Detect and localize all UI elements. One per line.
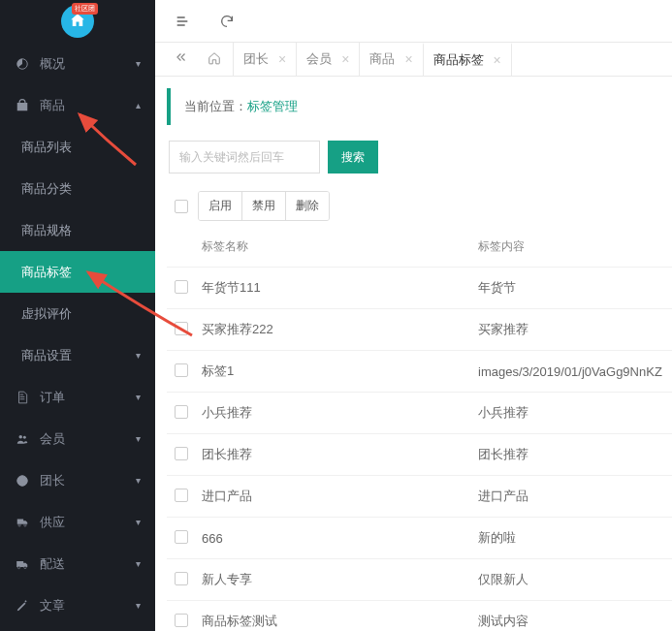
- cell-name: 小兵推荐: [202, 404, 478, 422]
- cell-content: 团长推荐: [478, 446, 672, 463]
- close-icon[interactable]: ×: [404, 51, 412, 67]
- row-checkbox[interactable]: [175, 322, 188, 335]
- sidebar-item-label: 会员: [40, 430, 136, 448]
- sidebar-subitem-1-0[interactable]: 商品列表: [0, 126, 155, 168]
- table-row: 买家推荐222买家推荐: [167, 308, 672, 350]
- disable-button[interactable]: 禁用: [241, 192, 285, 220]
- sidebar-item-label: 概况: [40, 55, 136, 73]
- delivery-icon: [15, 556, 30, 572]
- cell-content: 买家推荐: [478, 321, 672, 338]
- close-icon[interactable]: ×: [341, 51, 349, 67]
- sidebar-item-label: 团长: [40, 472, 136, 489]
- doc-icon: [15, 390, 30, 405]
- gauge-icon: [15, 56, 30, 72]
- row-checkbox[interactable]: [175, 447, 188, 460]
- sidebar-subitem-1-2[interactable]: 商品规格: [0, 209, 155, 251]
- search-input[interactable]: [169, 141, 320, 174]
- sidebar-item-3[interactable]: 会员▾: [0, 418, 155, 459]
- sidebar-item-label: 供应: [40, 514, 136, 531]
- main-area: 团长×会员×商品×商品标签× 当前位置：标签管理 搜索 启用 禁用 删除 标签名…: [155, 0, 672, 631]
- cell-content: 仅限新人: [478, 571, 672, 588]
- cell-content: 进口产品: [478, 488, 672, 505]
- tab-home[interactable]: [196, 51, 233, 68]
- topbar: [155, 0, 672, 43]
- chevron-icon: ▾: [136, 392, 141, 402]
- table-row: 团长推荐团长推荐: [167, 433, 672, 475]
- sidebar: 社区团 概况▾商品▴商品列表商品分类商品规格商品标签虚拟评价商品设置▾订单▾会员…: [0, 0, 155, 631]
- cell-name: 新人专享: [202, 571, 478, 588]
- sidebar-subitem-label: 商品设置: [21, 347, 136, 364]
- refresh-icon[interactable]: [219, 14, 235, 29]
- sidebar-item-6[interactable]: 配送▾: [0, 543, 155, 584]
- bulk-action-group: 启用 禁用 删除: [198, 191, 330, 221]
- row-checkbox[interactable]: [175, 405, 188, 419]
- search-button[interactable]: 搜索: [328, 141, 378, 174]
- chevron-icon: ▾: [136, 475, 141, 486]
- col-header-name: 标签名称: [202, 238, 478, 255]
- sidebar-item-1[interactable]: 商品▴: [0, 84, 155, 126]
- tab-label: 会员: [306, 50, 332, 68]
- row-checkbox[interactable]: [175, 280, 188, 294]
- sidebar-item-2[interactable]: 订单▾: [0, 376, 155, 418]
- row-checkbox[interactable]: [175, 614, 188, 627]
- close-icon[interactable]: ×: [494, 52, 501, 68]
- truck-icon: [15, 515, 30, 530]
- table-row: 商品标签测试测试内容: [167, 600, 672, 631]
- table-row: 进口产品进口产品: [167, 475, 672, 517]
- tabs-bar: 团长×会员×商品×商品标签×: [155, 43, 672, 77]
- cell-content: 新的啦: [478, 529, 672, 547]
- sidebar-subitem-label: 商品规格: [21, 222, 141, 239]
- sidebar-item-label: 订单: [40, 389, 136, 406]
- row-checkbox[interactable]: [175, 363, 188, 377]
- users-icon: [15, 431, 30, 447]
- row-checkbox[interactable]: [175, 572, 188, 585]
- col-header-content: 标签内容: [478, 238, 672, 255]
- enable-button[interactable]: 启用: [199, 192, 241, 220]
- svg-point-4: [18, 523, 20, 525]
- chevron-icon: ▾: [136, 600, 141, 611]
- tab-0[interactable]: 团长×: [233, 43, 296, 77]
- chevron-icon: ▾: [136, 517, 141, 527]
- table-header: 标签名称 标签内容: [167, 231, 672, 267]
- cell-name: 团长推荐: [202, 446, 478, 463]
- globe-icon: [15, 473, 30, 489]
- table-row: 标签1images/3/2019/01/j0VaGg9NnKZ: [167, 350, 672, 392]
- chevron-icon: ▴: [136, 100, 141, 110]
- chevron-icon: ▾: [136, 58, 141, 69]
- sidebar-item-5[interactable]: 供应▾: [0, 501, 155, 543]
- sidebar-item-4[interactable]: 团长▾: [0, 459, 155, 501]
- sidebar-subitem-label: 商品列表: [21, 139, 141, 156]
- sidebar-item-label: 文章: [40, 597, 136, 615]
- logo-badge: 社区团: [72, 3, 98, 15]
- table-row: 666新的啦: [167, 517, 672, 558]
- select-all-checkbox[interactable]: [175, 200, 188, 213]
- cell-content: 测试内容: [478, 613, 672, 630]
- sidebar-item-7[interactable]: 文章▾: [0, 584, 155, 626]
- cell-name: 年货节111: [202, 279, 478, 297]
- sidebar-subitem-label: 商品标签: [21, 264, 141, 281]
- sidebar-item-0[interactable]: 概况▾: [0, 43, 155, 84]
- row-checkbox[interactable]: [175, 489, 188, 502]
- breadcrumb-link[interactable]: 标签管理: [247, 99, 298, 113]
- sidebar-subitem-1-3[interactable]: 商品标签: [0, 251, 155, 293]
- close-icon[interactable]: ×: [278, 51, 286, 67]
- sidebar-item-label: 商品: [40, 97, 136, 114]
- delete-button[interactable]: 删除: [285, 192, 329, 220]
- cell-name: 标签1: [202, 363, 478, 380]
- menu-toggle-icon[interactable]: [175, 14, 190, 29]
- tab-label: 团长: [243, 50, 269, 68]
- tab-1[interactable]: 会员×: [296, 43, 359, 77]
- tab-2[interactable]: 商品×: [359, 43, 422, 77]
- cell-name: 商品标签测试: [202, 613, 478, 630]
- logo[interactable]: 社区团: [0, 0, 155, 43]
- row-checkbox[interactable]: [175, 530, 188, 544]
- sidebar-subitem-label: 虚拟评价: [21, 305, 141, 323]
- breadcrumb-prefix: 当前位置：: [184, 99, 247, 113]
- tab-3[interactable]: 商品标签×: [423, 43, 512, 77]
- sidebar-subitem-1-5[interactable]: 商品设置▾: [0, 334, 155, 376]
- tabs-scroll-left-icon[interactable]: [167, 50, 196, 68]
- sidebar-subitem-1-1[interactable]: 商品分类: [0, 168, 155, 209]
- table-row: 新人专享仅限新人: [167, 558, 672, 600]
- sidebar-subitem-1-4[interactable]: 虚拟评价: [0, 293, 155, 334]
- svg-point-7: [24, 566, 26, 568]
